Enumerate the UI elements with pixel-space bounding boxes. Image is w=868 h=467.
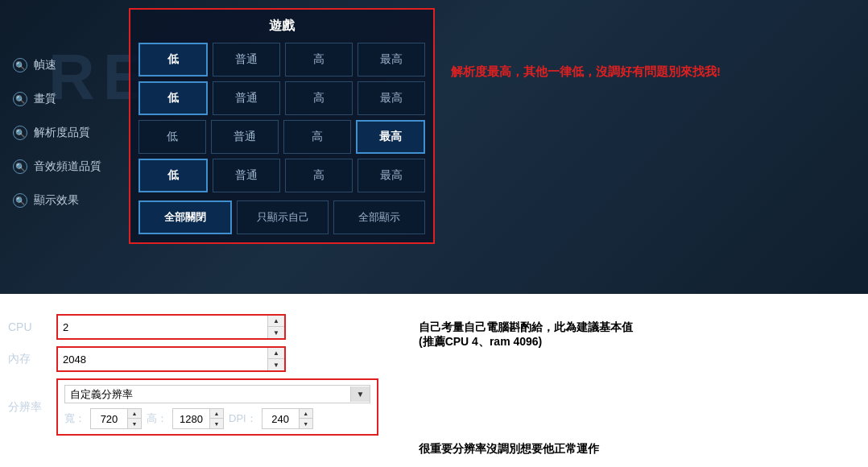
game-panel-title: 遊戲 — [138, 18, 425, 35]
audio-max-btn[interactable]: 最高 — [358, 159, 425, 192]
cpu-spinner: ▲ ▼ — [267, 316, 284, 338]
sidebar-label-framerate: 幀速 — [34, 58, 56, 72]
height-spinner: ▲ ▼ — [209, 409, 223, 428]
quality-row: 低 普通 高 最高 — [138, 81, 425, 115]
cpu-input[interactable] — [58, 319, 267, 336]
quality-btn-group: 低 普通 高 最高 — [138, 81, 425, 115]
comment-cpu: 自己考量自己電腦斟酌給，此為建議基本值 (推薦CPU 4、ram 4096) — [403, 314, 852, 349]
display-self-only-btn[interactable]: 只顯示自己 — [237, 200, 329, 234]
res-quality-max-btn[interactable]: 最高 — [356, 120, 425, 154]
display-row: 全部關閉 只顯示自己 全部顯示 — [138, 200, 425, 234]
comment-res: 很重要分辨率沒調別想要他正常運作 — [403, 394, 852, 457]
dpi-spinner: ▲ ▼ — [299, 409, 312, 428]
memory-increment-btn[interactable]: ▲ — [268, 348, 284, 359]
search-icon-framerate: 🔍 — [13, 58, 27, 72]
bottom-right-comments: 自己考量自己電腦斟酌給，此為建議基本值 (推薦CPU 4、ram 4096) 很… — [386, 306, 868, 465]
sidebar-item-resolution-quality[interactable]: 🔍 解析度品質 — [0, 116, 129, 150]
height-decrement-btn[interactable]: ▼ — [210, 419, 223, 428]
resolution-label: 分辨率 — [8, 400, 56, 415]
width-field-wrap: ▲ ▼ — [90, 408, 142, 429]
quality-max-btn[interactable]: 最高 — [358, 81, 425, 115]
res-quality-normal-btn[interactable]: 普通 — [211, 120, 279, 154]
resolution-select-wrap: 自定義分辨率 ▼ — [64, 385, 370, 403]
select-arrow-icon: ▼ — [350, 386, 370, 402]
audio-low-btn[interactable]: 低 — [138, 159, 208, 192]
memory-spinner: ▲ ▼ — [267, 348, 284, 370]
framerate-low-btn[interactable]: 低 — [138, 43, 208, 76]
sidebar-item-display-effects[interactable]: 🔍 顯示效果 — [0, 184, 129, 217]
memory-label: 內存 — [8, 352, 56, 366]
height-input[interactable] — [173, 411, 209, 428]
framerate-btn-group: 低 普通 高 最高 — [138, 43, 425, 76]
quality-low-btn[interactable]: 低 — [138, 81, 208, 115]
height-label: 高： — [147, 411, 167, 426]
sidebar-label-quality: 畫質 — [34, 92, 56, 106]
width-spinner: ▲ ▼ — [127, 409, 141, 428]
sidebar-item-quality[interactable]: 🔍 畫質 — [0, 82, 129, 116]
game-settings-panel: 遊戲 低 普通 高 最高 低 普通 高 最高 低 普通 高 — [129, 8, 435, 244]
sidebar-label-resolution-quality: 解析度品質 — [34, 126, 90, 140]
resolution-select[interactable]: 自定義分辨率 — [65, 386, 350, 403]
res-quality-low-btn[interactable]: 低 — [138, 120, 206, 154]
resolution-section: 分辨率 自定義分辨率 ▼ 寬： — [8, 378, 378, 436]
cpu-label: CPU — [8, 320, 56, 333]
dpi-input[interactable] — [262, 411, 299, 428]
sidebar: 🔍 幀速 🔍 畫質 🔍 解析度品質 🔍 音效頻道品質 🔍 顯示效果 — [0, 48, 129, 217]
height-increment-btn[interactable]: ▲ — [210, 409, 223, 419]
memory-input[interactable] — [58, 351, 267, 368]
resolution-dims: 寬： ▲ ▼ 高： ▲ — [64, 408, 370, 429]
resolution-quality-row: 低 普通 高 最高 — [138, 120, 425, 154]
width-increment-btn[interactable]: ▲ — [128, 409, 141, 419]
settings-grid: 低 普通 高 最高 低 普通 高 最高 低 普通 高 最高 — [138, 43, 425, 234]
dpi-label: DPI： — [229, 411, 257, 426]
dpi-field-wrap: ▲ ▼ — [262, 408, 313, 429]
quality-high-btn[interactable]: 高 — [285, 81, 353, 115]
display-all-show-btn[interactable]: 全部顯示 — [333, 200, 425, 234]
search-icon-audio-quality: 🔍 — [13, 159, 27, 174]
sidebar-item-audio-quality[interactable]: 🔍 音效頻道品質 — [0, 150, 129, 184]
res-quality-high-btn[interactable]: 高 — [283, 120, 351, 154]
quality-normal-btn[interactable]: 普通 — [213, 81, 280, 115]
bottom-section: CPU ▲ ▼ 內存 ▲ ▼ 分辨率 — [0, 306, 868, 465]
width-input[interactable] — [91, 411, 127, 428]
framerate-max-btn[interactable]: 最高 — [358, 43, 425, 76]
search-icon-quality: 🔍 — [13, 92, 27, 106]
audio-quality-row: 低 普通 高 最高 — [138, 159, 425, 192]
dpi-decrement-btn[interactable]: ▼ — [300, 419, 312, 428]
width-decrement-btn[interactable]: ▼ — [128, 419, 141, 428]
sidebar-label-display-effects: 顯示效果 — [34, 193, 79, 208]
search-icon-resolution-quality: 🔍 — [13, 126, 27, 140]
memory-input-wrap: ▲ ▼ — [56, 346, 286, 372]
width-label: 寬： — [64, 411, 85, 426]
bottom-left: CPU ▲ ▼ 內存 ▲ ▼ 分辨率 — [0, 306, 386, 465]
memory-decrement-btn[interactable]: ▼ — [268, 359, 284, 370]
framerate-row: 低 普通 高 最高 — [138, 43, 425, 76]
framerate-normal-btn[interactable]: 普通 — [213, 43, 280, 76]
search-icon-display-effects: 🔍 — [13, 193, 27, 208]
audio-normal-btn[interactable]: 普通 — [213, 159, 280, 192]
height-field-wrap: ▲ ▼ — [172, 408, 224, 429]
display-all-off-btn[interactable]: 全部關閉 — [138, 200, 232, 234]
cpu-decrement-btn[interactable]: ▼ — [268, 327, 284, 338]
audio-quality-btn-group: 低 普通 高 最高 — [138, 159, 425, 192]
sidebar-item-framerate[interactable]: 🔍 幀速 — [0, 48, 129, 82]
resolution-quality-btn-group: 低 普通 高 最高 — [138, 120, 425, 154]
cpu-field-row: CPU ▲ ▼ — [8, 314, 378, 340]
comment-top: 解析度最高，其他一律低，沒調好有問題別來找我! — [451, 64, 721, 80]
resolution-label-row: 分辨率 自定義分辨率 ▼ 寬： — [8, 378, 378, 436]
framerate-high-btn[interactable]: 高 — [285, 43, 353, 76]
resolution-box: 自定義分辨率 ▼ 寬： ▲ ▼ — [56, 378, 378, 436]
cpu-input-wrap: ▲ ▼ — [56, 314, 286, 340]
sidebar-label-audio-quality: 音效頻道品質 — [34, 159, 101, 174]
cpu-increment-btn[interactable]: ▲ — [268, 316, 284, 327]
audio-high-btn[interactable]: 高 — [285, 159, 353, 192]
memory-field-row: 內存 ▲ ▼ — [8, 346, 378, 372]
dpi-increment-btn[interactable]: ▲ — [300, 409, 312, 419]
